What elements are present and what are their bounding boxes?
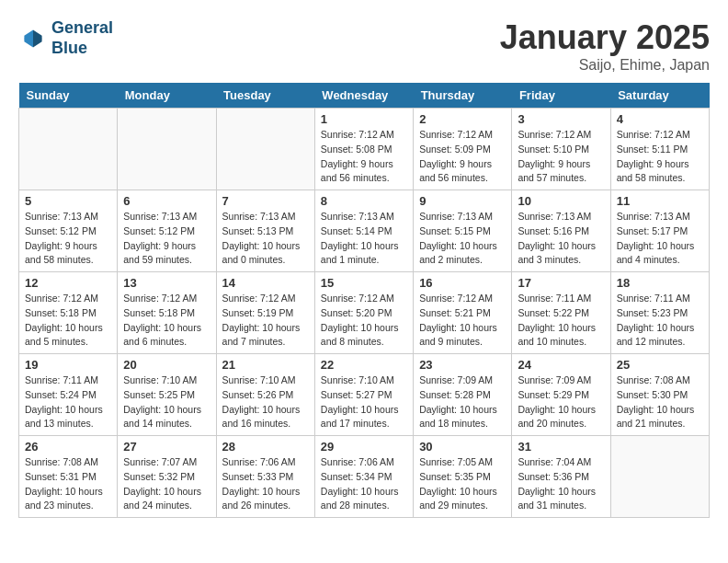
- calendar-week-1: 1Sunrise: 7:12 AMSunset: 5:08 PMDaylight…: [19, 109, 710, 190]
- weekday-header-sunday: Sunday: [19, 83, 118, 109]
- day-number: 21: [222, 358, 309, 372]
- day-number: 25: [617, 358, 703, 372]
- calendar-cell: 27Sunrise: 7:07 AMSunset: 5:32 PMDayligh…: [118, 436, 216, 518]
- calendar-cell: 21Sunrise: 7:10 AMSunset: 5:26 PMDayligh…: [216, 354, 314, 436]
- day-info: Sunrise: 7:13 AMSunset: 5:15 PMDaylight:…: [419, 210, 506, 268]
- day-info: Sunrise: 7:13 AMSunset: 5:12 PMDaylight:…: [25, 210, 111, 268]
- day-number: 27: [123, 440, 210, 454]
- calendar-cell: 3Sunrise: 7:12 AMSunset: 5:10 PMDaylight…: [512, 109, 610, 190]
- day-info: Sunrise: 7:12 AMSunset: 5:20 PMDaylight:…: [321, 292, 407, 350]
- day-number: 11: [617, 194, 703, 208]
- day-info: Sunrise: 7:12 AMSunset: 5:19 PMDaylight:…: [222, 292, 309, 350]
- day-info: Sunrise: 7:12 AMSunset: 5:10 PMDaylight:…: [518, 128, 604, 186]
- calendar-cell: 8Sunrise: 7:13 AMSunset: 5:14 PMDaylight…: [314, 190, 413, 272]
- calendar-cell: 24Sunrise: 7:09 AMSunset: 5:29 PMDayligh…: [512, 354, 610, 436]
- day-info: Sunrise: 7:06 AMSunset: 5:34 PMDaylight:…: [321, 455, 407, 513]
- day-number: 1: [321, 112, 407, 126]
- weekday-header-friday: Friday: [512, 83, 610, 109]
- calendar-cell: 15Sunrise: 7:12 AMSunset: 5:20 PMDayligh…: [314, 272, 413, 354]
- weekday-header-row: SundayMondayTuesdayWednesdayThursdayFrid…: [19, 83, 710, 109]
- day-number: 30: [419, 440, 506, 454]
- day-number: 12: [25, 276, 111, 290]
- day-info: Sunrise: 7:08 AMSunset: 5:30 PMDaylight:…: [617, 373, 703, 431]
- day-info: Sunrise: 7:13 AMSunset: 5:14 PMDaylight:…: [321, 210, 407, 268]
- day-info: Sunrise: 7:13 AMSunset: 5:12 PMDaylight:…: [123, 210, 210, 268]
- calendar-cell: 23Sunrise: 7:09 AMSunset: 5:28 PMDayligh…: [414, 354, 512, 436]
- logo-text: General Blue: [51, 18, 113, 58]
- day-info: Sunrise: 7:12 AMSunset: 5:21 PMDaylight:…: [419, 292, 506, 350]
- day-number: 26: [25, 440, 111, 454]
- day-number: 15: [321, 276, 407, 290]
- day-number: 5: [25, 194, 111, 208]
- day-info: Sunrise: 7:11 AMSunset: 5:24 PMDaylight:…: [25, 373, 111, 431]
- calendar-subtitle: Saijo, Ehime, Japan: [500, 57, 710, 74]
- day-number: 29: [321, 440, 407, 454]
- day-number: 2: [419, 112, 506, 126]
- calendar-cell: [118, 109, 216, 190]
- day-number: 18: [617, 276, 703, 290]
- calendar-cell: 16Sunrise: 7:12 AMSunset: 5:21 PMDayligh…: [414, 272, 512, 354]
- day-number: 8: [321, 194, 407, 208]
- day-info: Sunrise: 7:10 AMSunset: 5:25 PMDaylight:…: [123, 373, 210, 431]
- day-info: Sunrise: 7:06 AMSunset: 5:33 PMDaylight:…: [222, 455, 309, 513]
- weekday-header-thursday: Thursday: [414, 83, 512, 109]
- calendar-cell: 5Sunrise: 7:13 AMSunset: 5:12 PMDaylight…: [19, 190, 118, 272]
- weekday-header-wednesday: Wednesday: [314, 83, 413, 109]
- day-number: 10: [518, 194, 604, 208]
- day-info: Sunrise: 7:11 AMSunset: 5:23 PMDaylight:…: [617, 292, 703, 350]
- title-area: January 2025 Saijo, Ehime, Japan: [500, 18, 710, 74]
- day-number: 7: [222, 194, 309, 208]
- calendar-cell: 14Sunrise: 7:12 AMSunset: 5:19 PMDayligh…: [216, 272, 314, 354]
- calendar-cell: 9Sunrise: 7:13 AMSunset: 5:15 PMDaylight…: [414, 190, 512, 272]
- calendar-week-5: 26Sunrise: 7:08 AMSunset: 5:31 PMDayligh…: [19, 436, 710, 518]
- calendar-cell: 2Sunrise: 7:12 AMSunset: 5:09 PMDaylight…: [414, 109, 512, 190]
- logo-icon: [18, 24, 48, 53]
- day-info: Sunrise: 7:12 AMSunset: 5:09 PMDaylight:…: [419, 128, 506, 186]
- day-number: 13: [123, 276, 210, 290]
- day-number: 22: [321, 358, 407, 372]
- day-info: Sunrise: 7:04 AMSunset: 5:36 PMDaylight:…: [518, 455, 604, 513]
- calendar-cell: 29Sunrise: 7:06 AMSunset: 5:34 PMDayligh…: [314, 436, 413, 518]
- calendar-cell: 1Sunrise: 7:12 AMSunset: 5:08 PMDaylight…: [314, 109, 413, 190]
- calendar-cell: 18Sunrise: 7:11 AMSunset: 5:23 PMDayligh…: [610, 272, 709, 354]
- day-info: Sunrise: 7:07 AMSunset: 5:32 PMDaylight:…: [123, 455, 210, 513]
- day-info: Sunrise: 7:08 AMSunset: 5:31 PMDaylight:…: [25, 455, 111, 513]
- day-info: Sunrise: 7:12 AMSunset: 5:18 PMDaylight:…: [25, 292, 111, 350]
- day-number: 17: [518, 276, 604, 290]
- calendar-cell: 12Sunrise: 7:12 AMSunset: 5:18 PMDayligh…: [19, 272, 118, 354]
- day-info: Sunrise: 7:12 AMSunset: 5:11 PMDaylight:…: [617, 128, 703, 186]
- day-number: 9: [419, 194, 506, 208]
- calendar-cell: 22Sunrise: 7:10 AMSunset: 5:27 PMDayligh…: [314, 354, 413, 436]
- day-number: 31: [518, 440, 604, 454]
- day-info: Sunrise: 7:10 AMSunset: 5:26 PMDaylight:…: [222, 373, 309, 431]
- day-number: 20: [123, 358, 210, 372]
- weekday-header-tuesday: Tuesday: [216, 83, 314, 109]
- calendar-cell: 31Sunrise: 7:04 AMSunset: 5:36 PMDayligh…: [512, 436, 610, 518]
- page-header: General Blue January 2025 Saijo, Ehime, …: [18, 18, 710, 74]
- day-info: Sunrise: 7:13 AMSunset: 5:16 PMDaylight:…: [518, 210, 604, 268]
- day-number: 16: [419, 276, 506, 290]
- day-info: Sunrise: 7:11 AMSunset: 5:22 PMDaylight:…: [518, 292, 604, 350]
- day-info: Sunrise: 7:13 AMSunset: 5:17 PMDaylight:…: [617, 210, 703, 268]
- calendar-table: SundayMondayTuesdayWednesdayThursdayFrid…: [18, 83, 710, 518]
- day-number: 3: [518, 112, 604, 126]
- day-info: Sunrise: 7:13 AMSunset: 5:13 PMDaylight:…: [222, 210, 309, 268]
- weekday-header-saturday: Saturday: [610, 83, 709, 109]
- day-info: Sunrise: 7:05 AMSunset: 5:35 PMDaylight:…: [419, 455, 506, 513]
- day-number: 28: [222, 440, 309, 454]
- day-number: 24: [518, 358, 604, 372]
- calendar-body: 1Sunrise: 7:12 AMSunset: 5:08 PMDaylight…: [19, 109, 710, 518]
- day-number: 14: [222, 276, 309, 290]
- calendar-week-2: 5Sunrise: 7:13 AMSunset: 5:12 PMDaylight…: [19, 190, 710, 272]
- day-info: Sunrise: 7:09 AMSunset: 5:29 PMDaylight:…: [518, 373, 604, 431]
- calendar-cell: 4Sunrise: 7:12 AMSunset: 5:11 PMDaylight…: [610, 109, 709, 190]
- day-number: 4: [617, 112, 703, 126]
- calendar-week-4: 19Sunrise: 7:11 AMSunset: 5:24 PMDayligh…: [19, 354, 710, 436]
- calendar-cell: 19Sunrise: 7:11 AMSunset: 5:24 PMDayligh…: [19, 354, 118, 436]
- calendar-title: January 2025: [500, 18, 710, 57]
- calendar-cell: 20Sunrise: 7:10 AMSunset: 5:25 PMDayligh…: [118, 354, 216, 436]
- calendar-cell: 17Sunrise: 7:11 AMSunset: 5:22 PMDayligh…: [512, 272, 610, 354]
- calendar-cell: [19, 109, 118, 190]
- calendar-cell: 10Sunrise: 7:13 AMSunset: 5:16 PMDayligh…: [512, 190, 610, 272]
- weekday-header-monday: Monday: [118, 83, 216, 109]
